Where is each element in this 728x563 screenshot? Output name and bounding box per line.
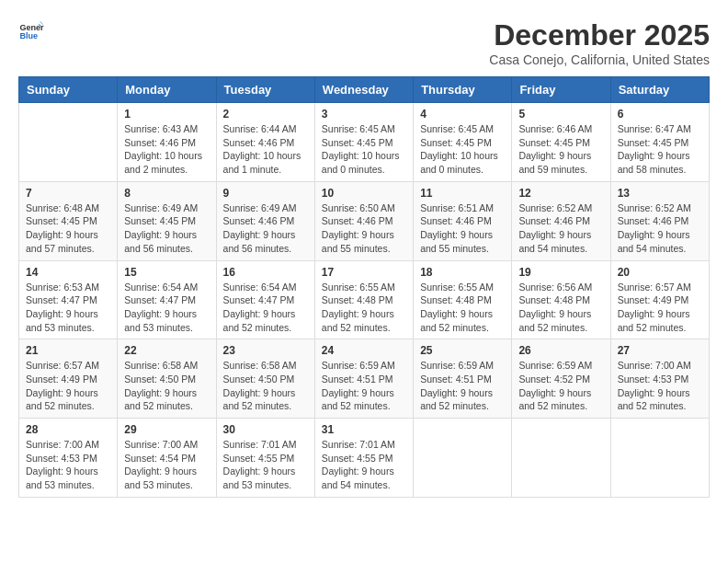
day-number: 24 — [322, 344, 406, 357]
daylight-text: Daylight: 10 hours and 0 minutes. — [322, 150, 400, 175]
day-info: Sunrise: 6:54 AM Sunset: 4:47 PM Dayligh… — [223, 281, 308, 335]
day-info: Sunrise: 6:56 AM Sunset: 4:48 PM Dayligh… — [518, 281, 603, 335]
day-info: Sunrise: 6:53 AM Sunset: 4:47 PM Dayligh… — [26, 281, 110, 335]
sunrise-text: Sunrise: 6:53 AM — [26, 282, 99, 293]
sunrise-text: Sunrise: 6:51 AM — [420, 202, 494, 213]
sunrise-text: Sunrise: 6:59 AM — [518, 360, 592, 371]
daylight-text: Daylight: 9 hours and 56 minutes. — [223, 229, 296, 254]
table-row: 10 Sunrise: 6:50 AM Sunset: 4:46 PM Dayl… — [314, 181, 413, 260]
table-row: 4 Sunrise: 6:45 AM Sunset: 4:45 PM Dayli… — [414, 103, 512, 182]
sunset-text: Sunset: 4:46 PM — [420, 215, 492, 226]
daylight-text: Daylight: 10 hours and 1 minute. — [223, 150, 301, 175]
day-number: 21 — [26, 344, 110, 357]
sunrise-text: Sunrise: 6:43 AM — [124, 123, 198, 134]
header-monday: Monday — [118, 77, 216, 103]
day-info: Sunrise: 6:55 AM Sunset: 4:48 PM Dayligh… — [322, 281, 406, 335]
sunset-text: Sunset: 4:46 PM — [618, 215, 689, 226]
logo: General Blue — [18, 18, 44, 44]
daylight-text: Daylight: 9 hours and 52 minutes. — [518, 387, 591, 412]
day-info: Sunrise: 7:00 AM Sunset: 4:53 PM Dayligh… — [618, 359, 702, 413]
sunset-text: Sunset: 4:45 PM — [518, 137, 590, 148]
daylight-text: Daylight: 9 hours and 52 minutes. — [223, 387, 296, 412]
table-row: 3 Sunrise: 6:45 AM Sunset: 4:45 PM Dayli… — [314, 103, 413, 182]
sunrise-text: Sunrise: 7:01 AM — [223, 439, 297, 450]
sunset-text: Sunset: 4:52 PM — [518, 373, 590, 385]
table-row: 26 Sunrise: 6:59 AM Sunset: 4:52 PM Dayl… — [512, 339, 610, 419]
day-number: 20 — [618, 266, 702, 279]
sunrise-text: Sunrise: 7:01 AM — [322, 439, 395, 450]
calendar-week-row: 14 Sunrise: 6:53 AM Sunset: 4:47 PM Dayl… — [19, 260, 710, 339]
day-info: Sunrise: 6:43 AM Sunset: 4:46 PM Dayligh… — [124, 122, 209, 177]
header: General Blue December 2025 Casa Conejo, … — [18, 18, 710, 67]
daylight-text: Daylight: 9 hours and 52 minutes. — [618, 387, 690, 412]
table-row: 11 Sunrise: 6:51 AM Sunset: 4:46 PM Dayl… — [414, 181, 512, 260]
sunset-text: Sunset: 4:45 PM — [322, 137, 393, 148]
day-number: 30 — [223, 423, 308, 436]
sunrise-text: Sunrise: 6:47 AM — [618, 123, 691, 134]
daylight-text: Daylight: 9 hours and 55 minutes. — [322, 229, 394, 254]
day-info: Sunrise: 6:45 AM Sunset: 4:45 PM Dayligh… — [420, 122, 505, 177]
table-row — [19, 103, 118, 182]
sunrise-text: Sunrise: 6:54 AM — [223, 282, 297, 293]
day-number: 12 — [518, 187, 603, 200]
day-info: Sunrise: 6:50 AM Sunset: 4:46 PM Dayligh… — [322, 201, 406, 256]
sunrise-text: Sunrise: 6:45 AM — [420, 123, 494, 134]
header-tuesday: Tuesday — [216, 77, 314, 103]
table-row: 20 Sunrise: 6:57 AM Sunset: 4:49 PM Dayl… — [610, 260, 709, 339]
day-number: 1 — [124, 108, 209, 121]
day-number: 2 — [223, 108, 308, 121]
day-number: 11 — [420, 187, 505, 200]
sunset-text: Sunset: 4:48 PM — [322, 294, 393, 305]
daylight-text: Daylight: 9 hours and 52 minutes. — [420, 387, 493, 412]
daylight-text: Daylight: 9 hours and 55 minutes. — [420, 229, 493, 254]
table-row: 13 Sunrise: 6:52 AM Sunset: 4:46 PM Dayl… — [610, 181, 709, 260]
table-row: 23 Sunrise: 6:58 AM Sunset: 4:50 PM Dayl… — [216, 339, 314, 419]
table-row: 6 Sunrise: 6:47 AM Sunset: 4:45 PM Dayli… — [610, 103, 709, 182]
sunrise-text: Sunrise: 6:55 AM — [322, 282, 395, 293]
table-row: 5 Sunrise: 6:46 AM Sunset: 4:45 PM Dayli… — [512, 103, 610, 182]
day-info: Sunrise: 6:49 AM Sunset: 4:45 PM Dayligh… — [124, 201, 209, 256]
daylight-text: Daylight: 9 hours and 52 minutes. — [322, 308, 394, 333]
day-info: Sunrise: 6:46 AM Sunset: 4:45 PM Dayligh… — [518, 122, 603, 177]
sunrise-text: Sunrise: 6:44 AM — [223, 123, 297, 134]
daylight-text: Daylight: 9 hours and 53 minutes. — [124, 308, 197, 333]
day-number: 18 — [420, 266, 505, 279]
day-number: 10 — [322, 187, 406, 200]
table-row — [414, 419, 512, 498]
sunset-text: Sunset: 4:46 PM — [223, 215, 295, 226]
sunset-text: Sunset: 4:46 PM — [322, 215, 393, 226]
sunrise-text: Sunrise: 6:58 AM — [124, 360, 198, 371]
daylight-text: Daylight: 9 hours and 53 minutes. — [124, 465, 197, 490]
day-info: Sunrise: 7:00 AM Sunset: 4:54 PM Dayligh… — [124, 438, 209, 492]
day-info: Sunrise: 6:44 AM Sunset: 4:46 PM Dayligh… — [223, 122, 308, 177]
sunset-text: Sunset: 4:49 PM — [26, 373, 97, 385]
sunrise-text: Sunrise: 6:48 AM — [26, 202, 99, 213]
daylight-text: Daylight: 9 hours and 52 minutes. — [420, 308, 493, 333]
sunrise-text: Sunrise: 6:56 AM — [518, 282, 592, 293]
day-number: 8 — [124, 187, 209, 200]
daylight-text: Daylight: 9 hours and 52 minutes. — [322, 387, 394, 412]
day-info: Sunrise: 6:57 AM Sunset: 4:49 PM Dayligh… — [26, 359, 110, 413]
day-info: Sunrise: 7:00 AM Sunset: 4:53 PM Dayligh… — [26, 438, 110, 492]
sunset-text: Sunset: 4:45 PM — [124, 215, 196, 226]
table-row: 14 Sunrise: 6:53 AM Sunset: 4:47 PM Dayl… — [19, 260, 118, 339]
sunset-text: Sunset: 4:46 PM — [223, 137, 295, 148]
day-info: Sunrise: 6:52 AM Sunset: 4:46 PM Dayligh… — [618, 201, 702, 256]
sunset-text: Sunset: 4:45 PM — [420, 137, 492, 148]
day-info: Sunrise: 6:51 AM Sunset: 4:46 PM Dayligh… — [420, 201, 505, 256]
day-info: Sunrise: 7:01 AM Sunset: 4:55 PM Dayligh… — [322, 438, 406, 492]
header-thursday: Thursday — [414, 77, 512, 103]
calendar-week-row: 1 Sunrise: 6:43 AM Sunset: 4:46 PM Dayli… — [19, 103, 710, 182]
day-info: Sunrise: 6:54 AM Sunset: 4:47 PM Dayligh… — [124, 281, 209, 335]
table-row: 19 Sunrise: 6:56 AM Sunset: 4:48 PM Dayl… — [512, 260, 610, 339]
day-info: Sunrise: 6:45 AM Sunset: 4:45 PM Dayligh… — [322, 122, 406, 177]
table-row: 28 Sunrise: 7:00 AM Sunset: 4:53 PM Dayl… — [19, 419, 118, 498]
table-row: 1 Sunrise: 6:43 AM Sunset: 4:46 PM Dayli… — [118, 103, 216, 182]
daylight-text: Daylight: 9 hours and 52 minutes. — [26, 387, 98, 412]
table-row: 17 Sunrise: 6:55 AM Sunset: 4:48 PM Dayl… — [314, 260, 413, 339]
daylight-text: Daylight: 9 hours and 57 minutes. — [26, 229, 98, 254]
table-row: 8 Sunrise: 6:49 AM Sunset: 4:45 PM Dayli… — [118, 181, 216, 260]
sunset-text: Sunset: 4:48 PM — [420, 294, 492, 305]
daylight-text: Daylight: 9 hours and 52 minutes. — [223, 308, 296, 333]
day-info: Sunrise: 7:01 AM Sunset: 4:55 PM Dayligh… — [223, 438, 308, 492]
